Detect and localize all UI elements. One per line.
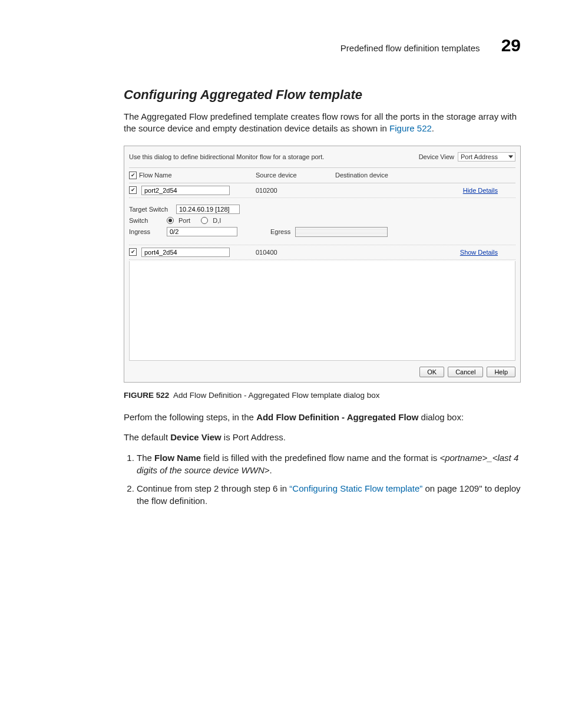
section-title: Configuring Aggregated Flow template (124, 87, 521, 103)
flow-row-1: ✔ 010200 Hide Details (129, 183, 515, 198)
cancel-button[interactable]: Cancel (448, 367, 483, 377)
header-checkbox[interactable]: ✔ (129, 172, 137, 179)
row2-checkbox[interactable]: ✔ (129, 248, 137, 256)
running-header: Predefined flow definition templates 29 (41, 35, 521, 55)
row2-flowname-input[interactable] (141, 248, 230, 257)
help-button[interactable]: Help (487, 367, 515, 377)
step-2: Continue from step 2 through step 6 in “… (137, 482, 521, 507)
target-switch-input[interactable] (176, 205, 240, 214)
header-destination: Destination device (335, 172, 515, 179)
dialog-instruction: Use this dialog to define bidirectional … (129, 153, 324, 160)
radio-dj[interactable] (201, 217, 208, 224)
switch-label: Switch (129, 217, 162, 224)
show-details-link[interactable]: Show Details (460, 249, 498, 256)
intro-paragraph: The Aggregated Flow predefined template … (124, 111, 521, 135)
header-flow-name: Flow Name (139, 172, 172, 179)
row1-flowname-input[interactable] (141, 186, 230, 195)
ok-button[interactable]: OK (419, 367, 444, 377)
dialog-figure: Use this dialog to define bidirectional … (124, 146, 521, 383)
flow-list-empty-area (129, 261, 515, 361)
steps-list: The Flow Name field is filled with the p… (124, 452, 521, 507)
intro-text-a: The Aggregated Flow predefined template … (124, 111, 517, 133)
ingress-input[interactable] (167, 227, 237, 236)
default-view-paragraph: The default Device View is Port Address. (124, 431, 521, 443)
perform-paragraph: Perfom the following steps, in the Add F… (124, 411, 521, 423)
radio-dj-label: D,I (213, 217, 221, 224)
device-view-dropdown[interactable]: Port Address (458, 152, 515, 162)
static-flow-link[interactable]: “Configuring Static Flow template” (289, 483, 422, 493)
row1-source: 010200 (256, 187, 335, 194)
device-view-control[interactable]: Device View Port Address (419, 152, 515, 162)
egress-input[interactable] (295, 227, 388, 237)
figure-caption-text: Add Flow Definition - Aggregated Flow te… (173, 391, 379, 400)
device-view-label: Device View (419, 153, 454, 160)
intro-text-b: . (432, 123, 434, 133)
ingress-label: Ingress (129, 228, 162, 235)
row1-checkbox[interactable]: ✔ (129, 186, 137, 194)
figure-label: FIGURE 522 (124, 391, 169, 400)
header-source: Source device (256, 172, 335, 179)
figure-link[interactable]: Figure 522 (389, 123, 432, 133)
flow-row-2: ✔ 010400 Show Details (129, 245, 515, 260)
egress-label: Egress (270, 228, 290, 235)
page-number: 29 (501, 35, 521, 55)
hide-details-link[interactable]: Hide Details (463, 187, 498, 194)
radio-port[interactable] (167, 217, 174, 224)
running-title: Predefined flow definition templates (340, 43, 480, 53)
radio-port-label: Port (178, 217, 190, 224)
row2-source: 010400 (256, 249, 335, 256)
row1-details-pane: Target Switch Switch Port D,I Ingress Eg… (129, 198, 515, 245)
target-switch-label: Target Switch (129, 206, 171, 213)
step-1: The Flow Name field is filled with the p… (137, 452, 521, 476)
figure-caption: FIGURE 522 Add Flow Definition - Aggrega… (124, 391, 521, 400)
dialog-button-bar: OK Cancel Help (129, 367, 515, 377)
column-headers: ✔ Flow Name Source device Destination de… (129, 167, 515, 183)
